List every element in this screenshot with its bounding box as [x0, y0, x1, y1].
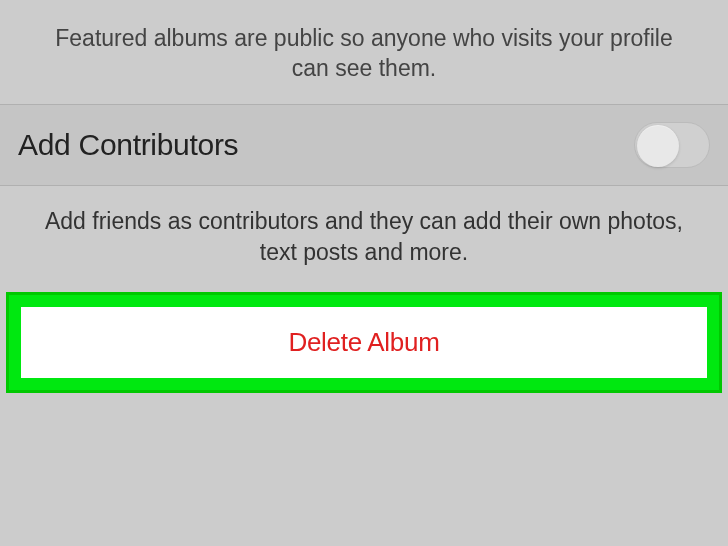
add-contributors-row: Add Contributors: [0, 104, 728, 186]
add-contributors-toggle[interactable]: [634, 122, 710, 168]
toggle-knob: [637, 125, 679, 167]
contributors-description: Add friends as contributors and they can…: [0, 186, 728, 288]
featured-albums-description: Featured albums are public so anyone who…: [0, 0, 728, 104]
delete-album-button[interactable]: Delete Album: [21, 307, 707, 378]
delete-highlight-border: Delete Album: [6, 292, 722, 393]
add-contributors-label: Add Contributors: [18, 128, 238, 162]
